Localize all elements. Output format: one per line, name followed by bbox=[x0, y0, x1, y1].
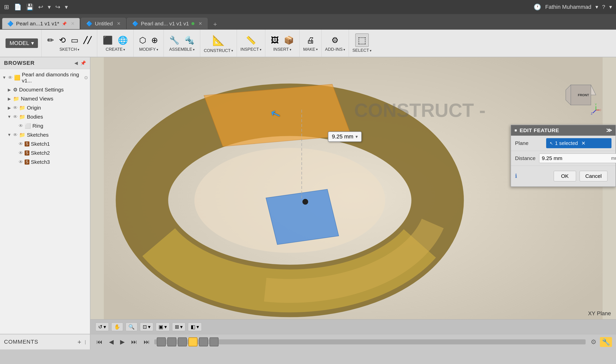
timeline-item-3[interactable] bbox=[178, 337, 187, 346]
addins-scripts-button[interactable]: ⚙ bbox=[329, 34, 341, 46]
tree-item-origin[interactable]: ▶ 👁 📁 Origin bbox=[0, 103, 90, 112]
construct-plane-button[interactable]: 📐 bbox=[210, 33, 227, 47]
sidebar-collapse-icon[interactable]: ◀ bbox=[74, 60, 78, 66]
tree-eye-root[interactable]: 👁 bbox=[8, 75, 13, 80]
assemble-new-button[interactable]: 🔧 bbox=[167, 34, 181, 46]
viewport-display-button[interactable]: ▣ ▾ bbox=[156, 323, 170, 331]
display-dropdown[interactable]: ▾ bbox=[164, 324, 167, 330]
sidebar-pin-icon[interactable]: 📌 bbox=[80, 60, 86, 66]
tree-item-sketch1[interactable]: 👁 S Sketch1 bbox=[0, 139, 90, 148]
redo-dropdown-icon[interactable]: ▾ bbox=[65, 4, 68, 11]
zoom-fit-dropdown[interactable]: ▾ bbox=[148, 324, 150, 330]
select-tool-button[interactable]: ⬚ bbox=[355, 33, 369, 47]
sketch-group-label[interactable]: SKETCH ▾ bbox=[60, 47, 79, 52]
tree-eye-sketch3[interactable]: 👁 bbox=[19, 160, 23, 165]
panel-expand-icon[interactable]: ≫ bbox=[606, 127, 612, 134]
panel-distance-input[interactable] bbox=[539, 154, 610, 163]
create-group-label[interactable]: CREATE ▾ bbox=[106, 47, 125, 52]
timeline-item-2[interactable] bbox=[167, 337, 176, 346]
make-3d-button[interactable]: 🖨 bbox=[304, 35, 317, 46]
panel-plane-value[interactable]: ↖ 1 selected ✕ bbox=[546, 138, 611, 148]
assemble-joint-button[interactable]: 🔩 bbox=[182, 34, 196, 46]
create-surface-button[interactable]: 🌐 bbox=[116, 34, 130, 46]
insert-image-button[interactable]: 🖼 bbox=[269, 35, 281, 46]
tree-item-bodies[interactable]: ▼ 👁 📁 Bodies bbox=[0, 112, 90, 121]
user-dropdown-icon[interactable]: ▾ bbox=[595, 4, 598, 10]
tree-item-doc-settings[interactable]: ▶ ⚙ Document Settings bbox=[0, 85, 90, 94]
select-group-label[interactable]: SELECT ▾ bbox=[352, 48, 372, 53]
panel-distance-dropdown[interactable]: mm cm in bbox=[610, 155, 616, 161]
timeline-settings-icon[interactable]: ⚙ bbox=[591, 338, 596, 346]
viewport-pan-button[interactable]: ✋ bbox=[111, 323, 123, 331]
inspect-measure-button[interactable]: 📏 bbox=[244, 34, 258, 46]
help-icon[interactable]: ? bbox=[602, 4, 605, 10]
timeline-play-prev-button[interactable]: ⏮ bbox=[94, 337, 105, 346]
timeline-track[interactable] bbox=[154, 339, 586, 344]
comments-collapse-icon[interactable]: | bbox=[85, 339, 86, 345]
sketch-line-button[interactable]: ╱╱ bbox=[81, 35, 93, 45]
comments-add-button[interactable]: + bbox=[77, 338, 81, 346]
undo-icon[interactable]: ↩ bbox=[38, 4, 43, 11]
insert-mesh-button[interactable]: 📦 bbox=[282, 34, 296, 46]
panel-cancel-button[interactable]: Cancel bbox=[580, 171, 607, 181]
timeline-item-6[interactable] bbox=[210, 337, 219, 346]
tree-eye-sketch1[interactable]: 👁 bbox=[19, 141, 23, 147]
username[interactable]: Fathin Muhammad bbox=[545, 4, 591, 10]
panel-ok-button[interactable]: OK bbox=[554, 171, 576, 181]
modify-combine-button[interactable]: ⊕ bbox=[149, 34, 160, 46]
tree-settings-root[interactable]: ⊙ bbox=[84, 75, 88, 80]
insert-group-label[interactable]: INSERT ▾ bbox=[273, 47, 291, 52]
tab-pearl-v1[interactable]: 🔷 Pearl and... v1 v1 v1 ✕ bbox=[127, 18, 208, 29]
nav-cube[interactable]: FRONT X Y Z bbox=[561, 77, 601, 118]
tree-item-sketch2[interactable]: 👁 S Sketch2 bbox=[0, 148, 90, 158]
undo-dropdown-icon[interactable]: ▾ bbox=[48, 4, 51, 11]
tree-eye-sketches[interactable]: 👁 bbox=[13, 132, 18, 138]
model-button[interactable]: MODEL ▾ bbox=[6, 38, 38, 48]
timeline-play-end-button[interactable]: ⏭ bbox=[142, 337, 152, 346]
tab-close-pearl-v1[interactable]: ✕ bbox=[198, 21, 202, 26]
tab-pearl-an[interactable]: 🔷 Pearl an...1 v1 v1* 📌 ✕ bbox=[2, 18, 80, 29]
viewport-zoom-fit-button[interactable]: ⊡ ▾ bbox=[140, 323, 153, 331]
viewport-zoom-button[interactable]: 🔍 bbox=[126, 323, 137, 331]
sketch-create-button[interactable]: ✏ bbox=[45, 34, 56, 46]
addins-group-label[interactable]: ADD-INS ▾ bbox=[325, 47, 345, 52]
timeline-play-back-button[interactable]: ◀ bbox=[107, 337, 116, 346]
redo-icon[interactable]: ↪ bbox=[55, 4, 60, 11]
history-icon[interactable]: 🕐 bbox=[534, 4, 541, 11]
new-file-icon[interactable]: 📄 bbox=[14, 4, 22, 11]
make-group-label[interactable]: MAKE ▾ bbox=[303, 47, 318, 52]
timeline-item-5[interactable] bbox=[199, 337, 208, 346]
tree-eye-origin[interactable]: 👁 bbox=[13, 105, 18, 111]
viewport-view-button[interactable]: ◧ ▾ bbox=[188, 323, 202, 331]
grid-dropdown[interactable]: ▾ bbox=[180, 324, 183, 330]
save-icon[interactable]: 💾 bbox=[26, 4, 34, 11]
tree-item-sketch3[interactable]: 👁 S Sketch3 bbox=[0, 158, 90, 167]
panel-plane-clear-button[interactable]: ✕ bbox=[580, 140, 587, 147]
sketch-finish-button[interactable]: ⟲ bbox=[57, 34, 68, 46]
tree-item-root[interactable]: ▼ 👁 🟨 Pearl and diamonds ring v1... ⊙ bbox=[0, 70, 90, 85]
timeline-end-icon[interactable]: 🔧 bbox=[600, 337, 612, 347]
assemble-group-label[interactable]: ASSEMBLE ▾ bbox=[169, 47, 195, 52]
tree-item-ring[interactable]: 👁 ⬜ Ring bbox=[0, 121, 90, 130]
tab-pin-pearl[interactable]: 📌 bbox=[62, 21, 67, 26]
measurement-bubble[interactable]: 9.25 mm ▾ bbox=[328, 131, 362, 142]
panel-info-icon[interactable]: ℹ bbox=[515, 173, 517, 179]
app-grid-icon[interactable]: ⊞ bbox=[4, 4, 9, 11]
sketch-modes-button[interactable]: ▭ bbox=[69, 34, 80, 46]
tab-untitled[interactable]: 🔷 Untitled ✕ bbox=[81, 18, 126, 29]
modify-pushpull-button[interactable]: ⬡ bbox=[137, 34, 148, 46]
modify-group-label[interactable]: MODIFY ▾ bbox=[139, 47, 158, 52]
orbit-dropdown[interactable]: ▾ bbox=[104, 324, 106, 330]
tab-add-button[interactable]: + bbox=[210, 19, 220, 29]
tree-eye-bodies[interactable]: 👁 bbox=[13, 114, 18, 120]
timeline-item-4[interactable] bbox=[188, 337, 197, 346]
timeline-item-1[interactable] bbox=[157, 337, 166, 346]
timeline-play-button[interactable]: ▶ bbox=[118, 337, 127, 346]
viewport[interactable]: CONSTRUCT - ↖ 9.25 mm ▾ FRONT X Y bbox=[90, 57, 616, 334]
view-dropdown[interactable]: ▾ bbox=[196, 324, 199, 330]
create-extrude-button[interactable]: ⬛ bbox=[101, 34, 115, 46]
timeline-play-next-button[interactable]: ⏭ bbox=[129, 337, 139, 346]
inspect-group-label[interactable]: INSPECT ▾ bbox=[240, 47, 262, 52]
measurement-dropdown-icon[interactable]: ▾ bbox=[355, 134, 358, 139]
tab-close-untitled[interactable]: ✕ bbox=[117, 21, 121, 26]
